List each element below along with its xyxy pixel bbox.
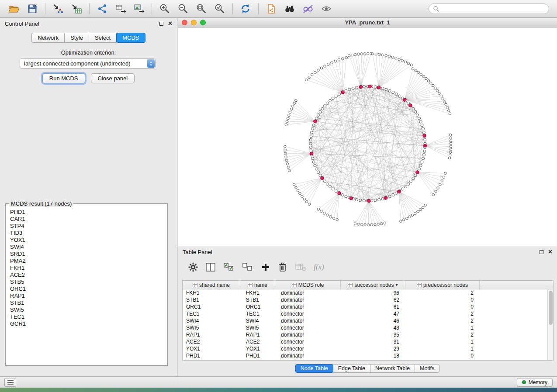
cell-shared_name[interactable]: STB1 xyxy=(183,297,240,303)
cell-shared_name[interactable]: PHD1 xyxy=(183,353,240,359)
cell-name[interactable]: ORC1 xyxy=(240,304,275,310)
cell-predecessors[interactable]: 0 xyxy=(405,353,480,359)
result-item[interactable]: ORC1 xyxy=(10,285,166,292)
column-header-shared-name[interactable]: shared name xyxy=(183,281,240,289)
cell-name[interactable]: YOX1 xyxy=(240,346,275,352)
search-input[interactable] xyxy=(441,6,545,12)
table-row[interactable]: SWI4SWI4dominator462 xyxy=(183,317,553,324)
table-row[interactable]: FKH1FKH1dominator962 xyxy=(183,289,553,296)
table-row[interactable]: PHD1PHD1dominator180 xyxy=(183,352,553,359)
result-item[interactable]: GCR1 xyxy=(10,320,166,327)
tab-network[interactable]: Network xyxy=(31,33,65,43)
select-all-button[interactable] xyxy=(223,262,235,272)
table-row[interactable]: SWI5SWI5connector431 xyxy=(183,324,553,331)
column-header-MCDS-role[interactable]: MCDS role xyxy=(275,281,341,289)
cell-successors[interactable]: 18 xyxy=(341,353,405,359)
table-row[interactable]: RAP1RAP1dominator352 xyxy=(183,331,553,338)
table-row[interactable]: ORC1ORC1dominator610 xyxy=(183,303,553,310)
export-table-button[interactable] xyxy=(112,1,129,16)
cell-predecessors[interactable]: 2 xyxy=(405,332,480,338)
cell-name[interactable]: SWI5 xyxy=(240,325,275,331)
cell-shared_name[interactable]: ACE2 xyxy=(183,339,240,345)
add-column-button[interactable] xyxy=(261,262,270,272)
result-item[interactable]: SWI5 xyxy=(10,306,166,313)
float-table-panel-button[interactable] xyxy=(540,250,543,254)
float-panel-button[interactable] xyxy=(159,22,163,26)
cell-shared_name[interactable]: FKH1 xyxy=(183,290,240,296)
cell-predecessors[interactable]: 0 xyxy=(405,304,480,310)
cell-shared_name[interactable]: ORC1 xyxy=(183,304,240,310)
column-header-successor-nodes[interactable]: successor nodes▾ xyxy=(341,281,405,289)
cell-successors[interactable]: 47 xyxy=(341,311,405,317)
result-item[interactable]: SWI4 xyxy=(10,244,166,251)
cell-name[interactable]: RAP1 xyxy=(240,332,275,338)
cell-role[interactable]: dominator xyxy=(275,304,341,310)
result-item[interactable]: STB1 xyxy=(10,299,166,306)
close-panel-button[interactable]: × xyxy=(168,20,172,27)
cell-shared_name[interactable]: SWI4 xyxy=(183,318,240,324)
result-item[interactable]: TID3 xyxy=(10,230,166,237)
cell-role[interactable]: connector xyxy=(275,311,341,317)
cell-predecessors[interactable]: 2 xyxy=(405,318,480,324)
cell-successors[interactable]: 43 xyxy=(341,325,405,331)
table-row[interactable]: YOX1YOX1connector291 xyxy=(183,345,553,352)
toggle-graphics-button[interactable] xyxy=(299,1,317,16)
run-mcds-button[interactable]: Run MCDS xyxy=(42,73,85,83)
table-row[interactable]: ACE2ACE2connector311 xyxy=(183,338,553,345)
cell-successors[interactable]: 35 xyxy=(341,332,405,338)
tab-network-table[interactable]: Network Table xyxy=(370,364,415,373)
export-image-button[interactable] xyxy=(130,1,148,16)
result-item[interactable]: SRD1 xyxy=(10,251,166,258)
show-columns-button[interactable] xyxy=(205,262,216,272)
close-table-panel-button[interactable]: × xyxy=(548,248,552,255)
table-row[interactable]: TEC1TEC1connector472 xyxy=(183,310,553,317)
cell-predecessors[interactable]: 1 xyxy=(405,339,480,345)
memory-button[interactable]: Memory xyxy=(517,378,553,387)
cell-role[interactable]: connector xyxy=(275,346,341,352)
cell-name[interactable]: PHD1 xyxy=(240,353,275,359)
column-header-predecessor-nodes[interactable]: predecessor nodes xyxy=(405,281,480,289)
column-header-name[interactable]: name xyxy=(240,281,275,289)
zoom-fit-button[interactable] xyxy=(193,1,210,16)
result-item[interactable]: PHD1 xyxy=(10,209,166,216)
tab-style[interactable]: Style xyxy=(64,33,89,43)
save-session-button[interactable] xyxy=(24,1,41,16)
show-details-button[interactable] xyxy=(318,1,335,16)
result-item[interactable]: RAP1 xyxy=(10,292,166,299)
table-settings-button[interactable] xyxy=(188,262,198,272)
zoom-selected-button[interactable] xyxy=(211,1,228,16)
table-row[interactable]: STB1STB1dominator620 xyxy=(183,296,553,303)
import-table-button[interactable] xyxy=(68,1,85,16)
result-item[interactable]: TEC1 xyxy=(10,313,166,320)
table-scrollbar[interactable] xyxy=(547,289,553,360)
function-builder-button[interactable]: f(x) xyxy=(314,263,324,272)
scrollbar-thumb[interactable] xyxy=(549,291,553,325)
cell-predecessors[interactable]: 2 xyxy=(405,311,480,317)
panel-menu-button[interactable] xyxy=(4,378,16,387)
result-item[interactable]: STP4 xyxy=(10,223,166,230)
result-item[interactable]: PMA2 xyxy=(10,258,166,265)
cell-successors[interactable]: 29 xyxy=(341,346,405,352)
maximize-window-button[interactable] xyxy=(200,20,206,25)
tab-mcds[interactable]: MCDS xyxy=(116,33,145,43)
export-network-button[interactable] xyxy=(93,1,111,16)
open-session-button[interactable] xyxy=(5,1,23,16)
minimize-window-button[interactable] xyxy=(191,20,197,25)
cell-role[interactable]: connector xyxy=(275,325,341,331)
delete-column-button[interactable] xyxy=(278,262,287,272)
tab-select[interactable]: Select xyxy=(89,33,117,43)
result-item[interactable]: STB5 xyxy=(10,279,166,285)
tab-edge-table[interactable]: Edge Table xyxy=(333,364,370,373)
cell-predecessors[interactable]: 1 xyxy=(405,346,480,352)
cell-predecessors[interactable]: 0 xyxy=(405,297,480,303)
criterion-dropdown[interactable]: largest connected component (undirected)… xyxy=(20,58,156,69)
deselect-all-button[interactable] xyxy=(242,262,253,272)
result-item[interactable]: YOX1 xyxy=(10,237,166,244)
delete-table-button[interactable] xyxy=(295,262,306,272)
cell-role[interactable]: dominator xyxy=(275,318,341,324)
find-button[interactable] xyxy=(281,1,298,16)
cell-shared_name[interactable]: TEC1 xyxy=(183,311,240,317)
cell-role[interactable]: dominator xyxy=(275,353,341,359)
cell-role[interactable]: dominator xyxy=(275,290,341,296)
result-item[interactable]: CAR1 xyxy=(10,216,166,223)
